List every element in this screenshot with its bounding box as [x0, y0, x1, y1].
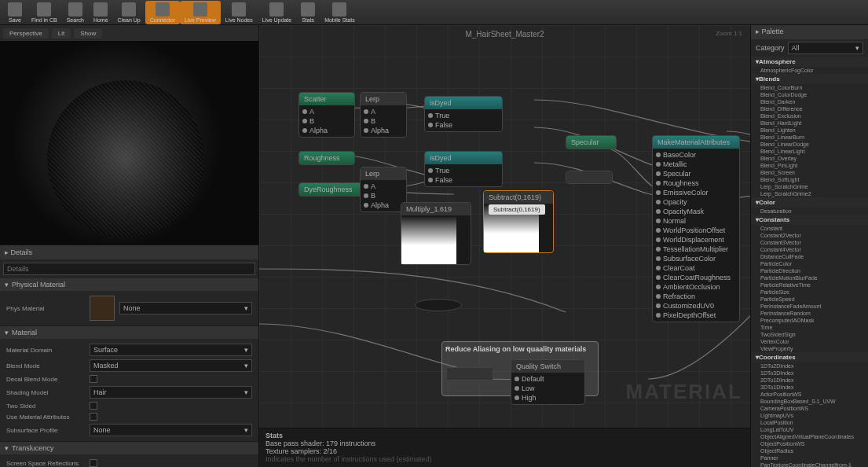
node-pin[interactable]: TessellationMultiplier	[656, 245, 736, 254]
node-material-output[interactable]: MakeMaterialAttributes BaseColorMetallic…	[652, 135, 740, 322]
palette-item[interactable]: Blend_LinearBurn	[751, 134, 868, 141]
toolbar-connector-button[interactable]: Connector	[145, 1, 180, 24]
palette-list[interactable]: ▾AtmosphereAtmosphericFogColor▾BlendsBle…	[751, 57, 868, 467]
palette-item[interactable]: Blend_ColorDodge	[751, 91, 868, 98]
details-search-input[interactable]	[3, 263, 255, 275]
material-preview-viewport[interactable]	[0, 41, 258, 245]
palette-group-header[interactable]: ▾Coordinates	[751, 352, 868, 362]
palette-item[interactable]: Time	[751, 324, 868, 331]
palette-item[interactable]: Constant3Vector	[751, 239, 868, 246]
node-lerp[interactable]: Lerp ABAlpha	[360, 92, 407, 138]
prop-dropdown[interactable]: Hair▾	[90, 386, 252, 399]
prop-checkbox[interactable]	[90, 375, 97, 383]
palette-item[interactable]: VertexColor	[751, 338, 868, 345]
node-subtract[interactable]: Subtract(0,1619)	[483, 190, 554, 253]
palette-item[interactable]: ActorPositionWS	[751, 391, 868, 398]
node-pin[interactable]: AmbientOcclusion	[656, 282, 736, 292]
palette-item[interactable]: ParticleSize	[751, 289, 868, 296]
viewport-tab[interactable]: Lit	[52, 28, 71, 39]
node-pin[interactable]: WorldPositionOffset	[656, 226, 736, 235]
palette-item[interactable]: Blend_HardLight	[751, 120, 868, 127]
node-pin[interactable]: True	[428, 166, 499, 175]
node-isdyed[interactable]: isDyed TrueFalse	[424, 96, 503, 132]
node-lerp[interactable]: Lerp ABAlpha	[360, 167, 407, 212]
palette-item[interactable]: ParticleDirection	[751, 267, 868, 274]
toolbar-home-button[interactable]: Home	[89, 1, 113, 24]
palette-item[interactable]: LongLatToUV	[751, 426, 868, 433]
palette-item[interactable]: TwoSidedSign	[751, 331, 868, 338]
node-pin[interactable]: Alpha	[364, 200, 403, 210]
material-graph-canvas[interactable]: Scatter ABAlpha Roughness DyeRoughness L…	[259, 25, 750, 428]
palette-item[interactable]: BoundingBoxBased_0-1_UVW	[751, 398, 868, 405]
node-pin[interactable]: Normal	[656, 216, 736, 226]
palette-item[interactable]: 1DTo3DIndex	[751, 370, 868, 377]
prop-dropdown[interactable]: None▾	[90, 424, 252, 436]
node-multiply[interactable]: Multiply_1.619	[401, 202, 471, 265]
node-pin[interactable]: B	[364, 191, 403, 200]
prop-dropdown[interactable]: Surface▾	[90, 344, 252, 356]
node-pin[interactable]: BaseColor	[656, 150, 736, 160]
node-quality-switch[interactable]: Quality Switch DefaultLowHigh	[511, 359, 585, 405]
palette-item[interactable]: Lerp_ScratchGrime2	[751, 190, 868, 197]
node-pin[interactable]: ClearCoat	[656, 263, 736, 273]
section-header[interactable]: ▾ Translucency	[0, 442, 258, 454]
node-pin[interactable]: False	[428, 175, 499, 185]
palette-item[interactable]: PrecomputedAOMask	[751, 317, 868, 324]
node-pin[interactable]: A	[364, 107, 403, 116]
palette-item[interactable]: Blend_SoftLight	[751, 176, 868, 183]
palette-item[interactable]: Desaturation	[751, 208, 868, 215]
node-pin[interactable]: Refraction	[656, 292, 736, 301]
node-reroute[interactable]	[446, 367, 493, 381]
palette-item[interactable]: ParticleColor	[751, 260, 868, 267]
node-roughness[interactable]: Roughness	[298, 151, 355, 165]
toolbar-stats-button[interactable]: Stats	[296, 1, 320, 24]
palette-item[interactable]: Constant4Vector	[751, 246, 868, 253]
palette-item[interactable]: LightmapUVs	[751, 412, 868, 419]
palette-item[interactable]: DistanceCullFade	[751, 253, 868, 260]
palette-item[interactable]: Blend_Lighten	[751, 127, 868, 134]
palette-item[interactable]: Blend_Darken	[751, 98, 868, 105]
palette-group-header[interactable]: ▾Color	[751, 197, 868, 208]
node-pin[interactable]: Low	[515, 384, 581, 393]
node-pin[interactable]: PixelDepthOffset	[656, 311, 736, 320]
node-pin[interactable]: ClearCoatRoughness	[656, 273, 736, 282]
node-pin[interactable]: False	[428, 120, 499, 130]
node-pin[interactable]: B	[364, 116, 403, 126]
node-pin[interactable]: Opacity	[656, 197, 736, 207]
node-pin[interactable]: Alpha	[364, 126, 403, 135]
prop-dropdown[interactable]: Masked▾	[90, 359, 252, 372]
node-pin[interactable]: True	[428, 111, 499, 120]
palette-item[interactable]: ViewProperty	[751, 345, 868, 352]
toolbar-search-button[interactable]: Search	[62, 1, 89, 24]
asset-thumbnail[interactable]	[90, 296, 115, 321]
palette-item[interactable]: Blend_Difference	[751, 105, 868, 112]
node-pin[interactable]: EmissiveColor	[656, 188, 736, 197]
palette-group-header[interactable]: ▾Atmosphere	[751, 57, 868, 67]
palette-item[interactable]: 2DTo1DIndex	[751, 377, 868, 384]
palette-item[interactable]: Constant2Vector	[751, 232, 868, 239]
prop-checkbox[interactable]	[90, 459, 97, 467]
node-pin[interactable]: A	[302, 107, 351, 116]
palette-item[interactable]: Lerp_ScratchGrime	[751, 183, 868, 190]
palette-item[interactable]: PerInstanceFadeAmount	[751, 303, 868, 310]
toolbar-clean-up-button[interactable]: Clean Up	[113, 1, 145, 24]
palette-item[interactable]: PerInstanceRandom	[751, 310, 868, 317]
palette-item[interactable]: Blend_LinearLight	[751, 148, 868, 155]
node-pin[interactable]: Default	[515, 374, 581, 384]
palette-item[interactable]: ObjectAlignedVirtualPlaneCoordinates	[751, 433, 868, 440]
palette-item[interactable]: ObjectPositionWS	[751, 440, 868, 447]
asset-picker-dropdown[interactable]: None▾	[119, 302, 252, 314]
palette-item[interactable]: 1DTo2DIndex	[751, 362, 868, 370]
palette-item[interactable]: LocalPosition	[751, 419, 868, 426]
palette-item[interactable]: ParticleMotionBlurFade	[751, 274, 868, 281]
palette-item[interactable]: Blend_Exclusion	[751, 112, 868, 120]
node-pin[interactable]: Metallic	[656, 160, 736, 169]
node-pin[interactable]: Roughness	[656, 178, 736, 188]
palette-item[interactable]: Blend_PinLight	[751, 162, 868, 169]
node-dyeroughness[interactable]: DyeRoughness	[298, 182, 363, 197]
palette-item[interactable]: Panner	[751, 454, 868, 461]
node-pin[interactable]: High	[515, 393, 581, 403]
viewport-tab[interactable]: Show	[74, 28, 102, 39]
palette-item[interactable]: PanTextureCoordinateChannelfrom-1	[751, 461, 868, 467]
toolbar-live-nodes-button[interactable]: Live Nodes	[221, 1, 258, 24]
